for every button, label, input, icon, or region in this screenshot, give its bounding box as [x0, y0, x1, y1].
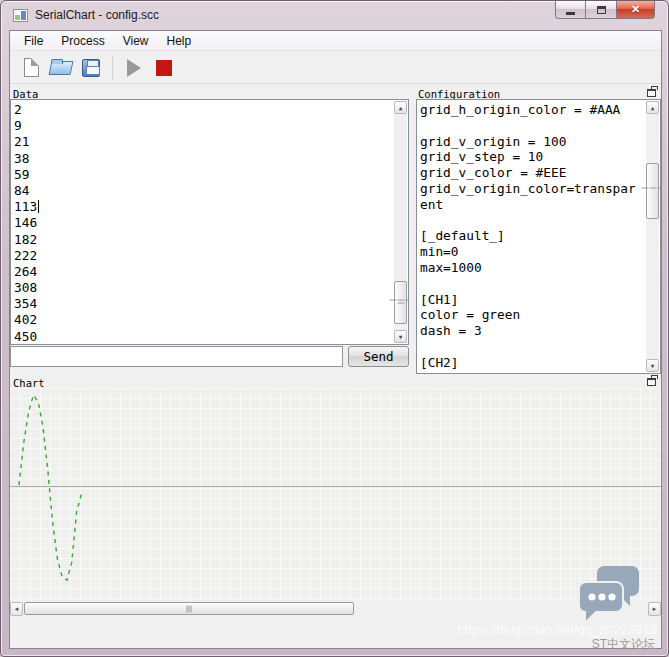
new-document-icon	[24, 58, 39, 77]
save-button[interactable]	[76, 54, 106, 82]
watermark-forum: ST中文论坛	[592, 636, 655, 653]
data-line: 59	[14, 167, 392, 183]
config-line: color = red	[420, 371, 644, 374]
data-line: 402	[14, 312, 392, 328]
menu-bar: FileProcessViewHelp	[10, 31, 661, 51]
config-line: ent	[420, 197, 644, 213]
data-line: 113	[14, 199, 392, 215]
close-button[interactable]: ✕	[616, 1, 655, 19]
scroll-up-icon[interactable]: ▲	[394, 101, 407, 114]
data-line: 2	[14, 102, 392, 118]
menu-item[interactable]: File	[15, 32, 52, 50]
config-line	[420, 339, 644, 355]
config-line: grid_v_origin = 100	[420, 134, 644, 150]
data-line: 38	[14, 151, 392, 167]
menu-item[interactable]: Process	[52, 32, 113, 50]
open-folder-icon	[50, 59, 72, 76]
config-line: grid_h_origin_color = #AAA	[420, 102, 644, 118]
stop-icon	[156, 60, 172, 76]
title-bar[interactable]: SerialChart - config.scc ✕	[1, 1, 668, 30]
client-area: FileProcessViewHelp Data 292138598411314…	[9, 30, 662, 649]
config-textarea[interactable]: grid_h_origin_color = #AAAgrid_v_origin …	[416, 99, 661, 374]
scroll-up-icon[interactable]: ▲	[646, 101, 659, 114]
config-line: [CH1]	[420, 292, 644, 308]
scroll-down-icon[interactable]: ▼	[646, 359, 659, 372]
config-line: [_default_]	[420, 228, 644, 244]
run-button[interactable]	[119, 54, 149, 82]
menu-item[interactable]: View	[114, 32, 158, 50]
open-file-button[interactable]	[46, 54, 76, 82]
config-line: color = green	[420, 307, 644, 323]
data-scrollbar-thumb[interactable]	[394, 281, 407, 324]
chat-bubbles-icon	[577, 564, 641, 630]
app-window: SerialChart - config.scc ✕ FileProcessVi…	[0, 0, 669, 657]
data-line: 21	[14, 134, 392, 150]
window-title: SerialChart - config.scc	[35, 8, 159, 22]
send-input[interactable]	[10, 346, 343, 367]
data-line: 450	[14, 329, 392, 345]
scroll-left-icon[interactable]: ◄	[10, 602, 23, 616]
scroll-down-icon[interactable]: ▼	[394, 330, 407, 343]
data-textarea[interactable]: 2921385984113146182222264308354402450 ▲ …	[10, 99, 409, 345]
close-icon: ✕	[631, 3, 640, 16]
new-file-button[interactable]	[16, 54, 46, 82]
config-line: min=0	[420, 244, 644, 260]
chart-area	[10, 388, 661, 600]
app-icon	[13, 9, 28, 22]
config-line: [CH2]	[420, 355, 644, 371]
config-line: grid_v_step = 10	[420, 149, 644, 165]
data-line: 308	[14, 280, 392, 296]
save-icon	[82, 59, 100, 77]
maximize-button[interactable]	[586, 1, 616, 19]
config-line	[420, 276, 644, 292]
chart-horizontal-scrollbar[interactable]: ◄ ►	[10, 602, 661, 616]
config-line: max=1000	[420, 260, 644, 276]
config-line	[420, 118, 644, 134]
minimize-button[interactable]	[555, 1, 586, 19]
chart-scrollbar-thumb[interactable]	[24, 602, 354, 615]
watermark-url: https://blog.csdn.net/qq_20222919	[458, 622, 658, 637]
config-vertical-scrollbar[interactable]: ▲ ▼	[646, 101, 659, 372]
config-lines: grid_h_origin_color = #AAAgrid_v_origin …	[420, 102, 644, 374]
data-vertical-scrollbar[interactable]: ▲ ▼	[394, 101, 407, 343]
toolbar-separator	[112, 56, 113, 80]
dock-float-icon[interactable]	[647, 378, 656, 386]
send-button[interactable]: Send	[348, 346, 409, 367]
play-icon	[127, 59, 141, 77]
minimize-icon	[566, 12, 575, 15]
data-line: 9	[14, 118, 392, 134]
config-line: grid_v_origin_color=transpar	[420, 181, 644, 197]
chart-curve	[10, 388, 661, 600]
data-line: 146	[14, 215, 392, 231]
dock-float-icon[interactable]	[647, 89, 656, 97]
menu-item[interactable]: Help	[158, 32, 201, 50]
toolbar	[10, 52, 661, 84]
data-line: 222	[14, 248, 392, 264]
text-cursor	[38, 200, 39, 213]
data-line: 182	[14, 232, 392, 248]
data-line: 354	[14, 296, 392, 312]
config-line	[420, 213, 644, 229]
data-lines: 2921385984113146182222264308354402450	[14, 102, 392, 345]
scroll-right-icon[interactable]: ►	[648, 602, 661, 616]
config-line: grid_v_color = #EEE	[420, 165, 644, 181]
stop-button[interactable]	[149, 54, 179, 82]
maximize-icon	[597, 6, 606, 14]
data-line: 84	[14, 183, 392, 199]
config-line: dash = 3	[420, 323, 644, 339]
data-line: 264	[14, 264, 392, 280]
config-scrollbar-thumb[interactable]	[646, 163, 659, 219]
